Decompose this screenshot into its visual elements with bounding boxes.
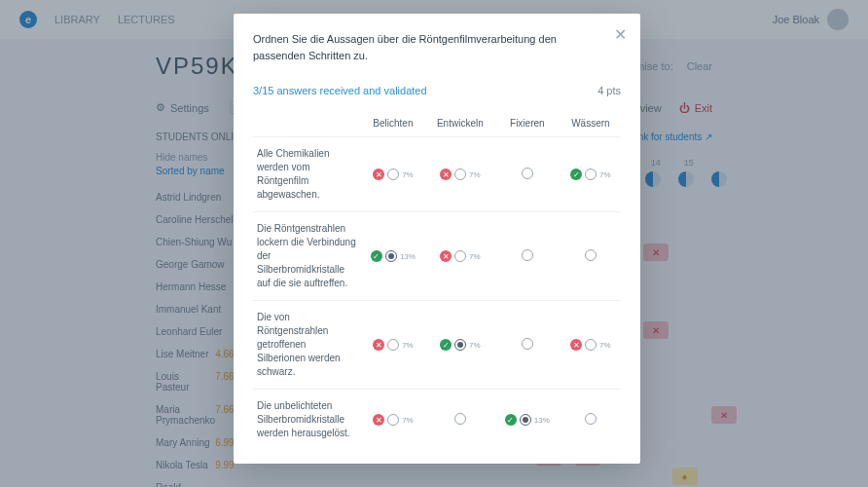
statement-text: Die Röntgenstrahlen lockern die Verbindu… [253, 212, 360, 301]
column-header: Entwickeln [426, 110, 494, 137]
wrong-icon: ✕ [373, 414, 384, 426]
close-icon[interactable]: ✕ [614, 25, 627, 44]
radio-empty[interactable] [454, 250, 466, 262]
wrong-icon: ✕ [373, 339, 384, 351]
answer-cell: ✕7% [360, 137, 426, 212]
answer-matrix: BelichtenEntwickelnFixierenWässern Alle … [253, 110, 621, 450]
radio-empty[interactable] [387, 339, 399, 351]
correct-icon: ✓ [440, 339, 452, 351]
answer-cell: ✓13% [360, 212, 426, 301]
answer-cell: ✓7% [561, 137, 621, 212]
points: 4 pts [597, 85, 621, 96]
column-header [253, 110, 360, 137]
radio-empty[interactable] [522, 168, 533, 179]
radio-empty[interactable] [585, 413, 597, 425]
wrong-icon: ✕ [440, 250, 452, 262]
answer-cell [561, 212, 621, 301]
column-header: Wässern [561, 110, 621, 137]
radio-empty[interactable] [585, 169, 597, 180]
wrong-icon: ✕ [440, 169, 452, 180]
statement-text: Die unbelichteten Silberbromidkristalle … [253, 390, 360, 451]
matrix-row: Die Röntgenstrahlen lockern die Verbindu… [253, 212, 621, 301]
answer-cell [494, 301, 561, 390]
answer-cell [494, 212, 561, 301]
radio-selected[interactable] [520, 414, 531, 426]
answer-cell [426, 390, 494, 451]
answer-cell: ✕7% [561, 301, 621, 390]
radio-empty[interactable] [387, 169, 399, 180]
column-header: Belichten [360, 110, 426, 137]
answer-cell: ✕7% [426, 212, 494, 301]
matrix-row: Die unbelichteten Silberbromidkristalle … [253, 390, 621, 451]
wrong-icon: ✕ [570, 339, 582, 351]
correct-icon: ✓ [371, 250, 382, 262]
column-header: Fixieren [494, 110, 561, 137]
answer-cell [561, 390, 621, 451]
matrix-row: Die von Röntgenstrahlen getroffenen Silb… [253, 301, 621, 390]
radio-empty[interactable] [454, 169, 466, 180]
radio-empty[interactable] [585, 249, 597, 261]
answer-cell: ✕7% [360, 301, 426, 390]
answer-cell: ✓13% [494, 390, 561, 451]
answer-cell: ✓7% [426, 301, 494, 390]
answer-cell [494, 137, 561, 212]
radio-empty[interactable] [387, 414, 399, 426]
radio-empty[interactable] [585, 339, 597, 351]
question-modal: ✕ Ordnen Sie die Aussagen über die Röntg… [234, 14, 640, 464]
radio-empty[interactable] [522, 338, 533, 350]
radio-selected[interactable] [385, 250, 397, 262]
matrix-row: Alle Chemikalien werden vom Röntgenfilm … [253, 137, 621, 212]
statement-text: Alle Chemikalien werden vom Röntgenfilm … [253, 137, 360, 212]
correct-icon: ✓ [505, 414, 517, 426]
answer-cell: ✕7% [360, 390, 426, 451]
radio-selected[interactable] [454, 339, 466, 351]
correct-icon: ✓ [570, 169, 582, 180]
statement-text: Die von Röntgenstrahlen getroffenen Silb… [253, 301, 360, 390]
wrong-icon: ✕ [373, 169, 384, 180]
radio-empty[interactable] [522, 249, 533, 261]
answer-status: 3/15 answers received and validated [253, 85, 427, 96]
question-title: Ordnen Sie die Aussagen über die Röntgen… [253, 31, 621, 63]
radio-empty[interactable] [454, 413, 466, 425]
answer-cell: ✕7% [426, 137, 494, 212]
